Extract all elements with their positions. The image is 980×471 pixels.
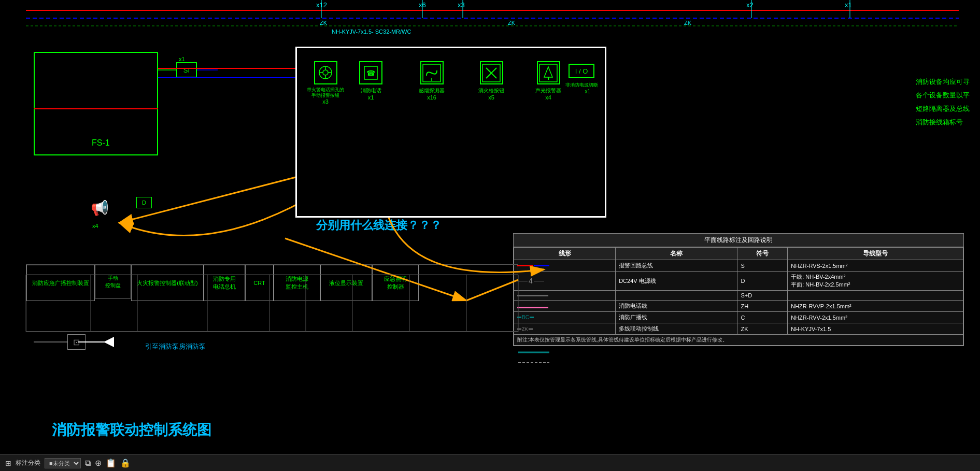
table-row: 报警回路总线 S NHZR-RVS-2x1.5mm² xyxy=(514,260,963,272)
nh-cable-label: NH-KYJV-7x1.5- SC32-MR/WC xyxy=(332,28,411,35)
popup-device-box: 带火警电话插孔的手动报警按钮 x3 ☎ 消防电话 x1 xyxy=(295,47,606,218)
device1-count: x3 xyxy=(322,98,329,105)
device-fire-phone: ☎ 消防电话 x1 xyxy=(359,61,382,101)
device4-count: x5 xyxy=(488,94,494,101)
device3-name: 感烟探测器 xyxy=(419,87,445,94)
wire-name-6: 多线联动控制线 xyxy=(616,323,737,335)
wire-cable-3 xyxy=(788,291,963,301)
paste-button[interactable]: 📋 xyxy=(106,458,116,468)
ctrl-box-4: CRT xyxy=(245,265,274,301)
wire-name-3 xyxy=(616,291,737,301)
speaker-icon: 📢 xyxy=(91,199,109,217)
ctrl-label-5: 消防电源监控主机 xyxy=(286,275,308,291)
ctrl-label-6: 液位显示装置 xyxy=(329,279,363,287)
wire-cable-2: 干线: NH-BV-2x4mm² 平面: NH-BV-2x2.5mm² xyxy=(788,272,963,291)
si-box: SI xyxy=(176,62,197,78)
ctrl-box-6: 液位显示装置 xyxy=(320,265,372,301)
label-x3: x3 xyxy=(458,1,465,9)
move-button[interactable]: ⊕ xyxy=(95,458,102,468)
control-boxes-row: 消防应急广播控制装置 手动控制盘 火灾报警控制器(联动型) 消防专用电话总机 C… xyxy=(26,265,518,331)
lock-button[interactable]: 🔒 xyxy=(120,458,131,468)
label-x12: x12 xyxy=(316,1,327,9)
annotation-select[interactable]: ■未分类 xyxy=(45,458,81,468)
toolbar: ⊞ 标注分类 ■未分类 ⧉ ⊕ 📋 🔒 xyxy=(0,454,980,471)
ctrl-box-7: 应急照明控制器 xyxy=(372,265,419,301)
device1-name: 带火警电话插孔的手动报警按钮 xyxy=(305,87,346,98)
wire-shape-2: 4 xyxy=(514,272,616,291)
table-row: BC 消防广播线 C NHZR-RVV-2x1.5mm² xyxy=(514,312,963,323)
main-canvas: x12 x6 x3 x2 x1 ZK ZK ZK NH-KYJV-7x1.5- … xyxy=(0,0,980,471)
ctrl-label-7: 应急照明控制器 xyxy=(384,275,407,291)
hand-ctrl-label: 手动控制盘 xyxy=(105,275,121,289)
device-hand-alarm: 带火警电话插孔的手动报警按钮 x3 xyxy=(305,61,346,105)
wire-symbol-6: ZK xyxy=(737,323,788,335)
d-label: D xyxy=(142,199,146,206)
ctrl-label-1: 消防应急广播控制装置 xyxy=(32,279,89,287)
copy-button[interactable]: ⧉ xyxy=(85,459,91,468)
wire-cable-5: NHZR-RVV-2x1.5mm² xyxy=(788,312,963,323)
col-header-shape: 线形 xyxy=(514,248,616,260)
wire-name-1: 报警回路总线 xyxy=(616,260,737,272)
d-box: D xyxy=(136,197,152,208)
ctrl-label-2: 火灾报警控制器(联动型) xyxy=(137,279,197,287)
device2-name: 消防电话 xyxy=(361,87,381,94)
right-note-4: 消防接线箱标号 xyxy=(916,116,970,129)
io-module: I / O xyxy=(569,64,594,78)
wire-symbol-4: ZH xyxy=(737,301,788,312)
annotation-text-label: 标注分类 xyxy=(16,459,40,467)
right-note-2: 各个设备数量以平 xyxy=(916,89,970,102)
ctrl-label-3: 消防专用电话总机 xyxy=(213,275,236,291)
ground-box: ⊡ xyxy=(67,334,86,350)
right-note-3: 短路隔离器及总线 xyxy=(916,102,970,116)
hydrant-icon-box xyxy=(480,61,503,84)
ctrl-box-5: 消防电源监控主机 xyxy=(274,265,320,301)
device5-name: 声光报警器 xyxy=(535,87,561,94)
wire-name-4: 消防电话线 xyxy=(616,301,737,312)
wire-symbol-2: D xyxy=(737,272,788,291)
ctrl-label-4: CRT xyxy=(253,280,265,286)
wire-name-2: DC24V 电源线 xyxy=(616,272,737,291)
table-row: S+D xyxy=(514,291,963,301)
device6-count: x1 xyxy=(585,89,590,94)
ctrl-box-2: 火灾报警控制器(联动型) xyxy=(131,265,204,301)
col-header-name: 名称 xyxy=(616,248,737,260)
io-label: I / O xyxy=(575,67,588,75)
svg-text:☎: ☎ xyxy=(366,69,375,77)
grid-icon: ⊞ xyxy=(5,459,11,467)
ground-icon: ⊡ xyxy=(73,337,80,347)
wire-cable-1: NHZR-RVS-2x1.5mm² xyxy=(788,260,963,272)
bottom-control-area: 消防应急广播控制装置 手动控制盘 火灾报警控制器(联动型) 消防专用电话总机 C… xyxy=(26,264,518,332)
hand-alarm-icon-box xyxy=(314,61,337,84)
svg-point-47 xyxy=(323,70,328,75)
device3-count: x16 xyxy=(427,94,436,101)
wire-symbol-1: S xyxy=(737,260,788,272)
label-x2: x2 xyxy=(746,1,754,9)
wire-cable-6: NH-KYJV-7x1.5 xyxy=(788,323,963,335)
table-title: 平面线路标注及回路说明 xyxy=(514,234,963,247)
wire-shape-5: BC xyxy=(514,312,616,323)
pump-label: 引至消防泵房消防泵 xyxy=(145,342,206,351)
table-row: ZK 多线联动控制线 ZK NH-KYJV-7x1.5 xyxy=(514,323,963,335)
label-x1: x1 xyxy=(845,1,852,9)
col-header-symbol: 符号 xyxy=(737,248,788,260)
device-smoke-detector: 感烟探测器 x16 xyxy=(419,61,445,101)
device5-count: x4 xyxy=(545,94,551,101)
table-note: 附注:本表仅按管现显示各系统管线,具体管线待建设单位招标确定后根据中标产品进行修… xyxy=(514,335,963,346)
device-sound-light: 声光报警器 x4 xyxy=(535,61,561,101)
wire-symbol-5: C xyxy=(737,312,788,323)
zk-label-3: ZK xyxy=(684,20,691,26)
smoke-detector-icon-box xyxy=(420,61,444,84)
right-note-1: 消防设备均应可寻 xyxy=(916,75,970,89)
wire-shape-3 xyxy=(514,291,616,301)
si-label: SI xyxy=(183,66,190,74)
fire-phone-icon-box: ☎ xyxy=(359,61,382,84)
wire-shape-4 xyxy=(514,301,616,312)
wire-symbol-3: S+D xyxy=(737,291,788,301)
device6-name: 非消防电源切断 xyxy=(561,82,602,89)
col-header-cable: 导线型号 xyxy=(788,248,963,260)
wire-cable-4: NHZR-RVVP-2x1.5mm² xyxy=(788,301,963,312)
table-row: 消防电话线 ZH NHZR-RVVP-2x1.5mm² xyxy=(514,301,963,312)
page-title: 消防报警联动控制系统图 xyxy=(52,420,211,440)
wire-shape-6: ZK xyxy=(514,323,616,335)
fs1-label: FS-1 xyxy=(92,138,110,148)
